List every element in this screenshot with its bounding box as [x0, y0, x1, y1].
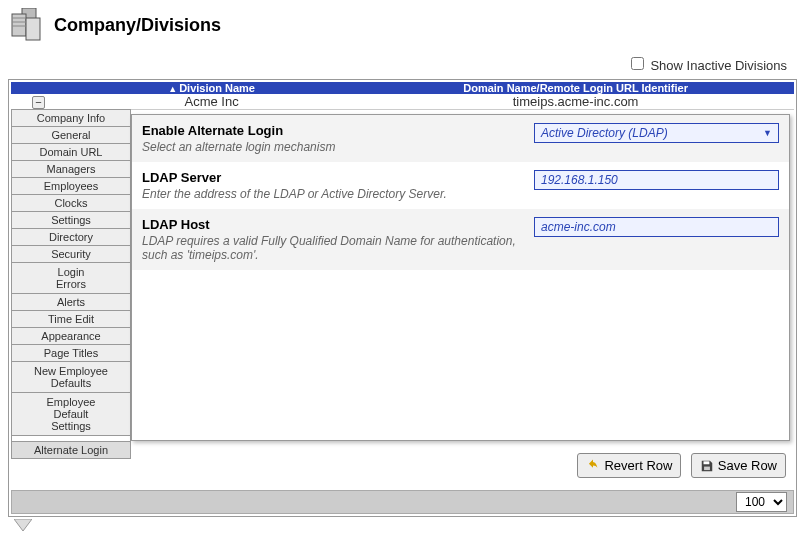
nav-security[interactable]: Security: [11, 245, 131, 263]
col-header-url[interactable]: Domain Name/Remote Login URL Identifier: [357, 82, 794, 94]
ldap-server-input[interactable]: [534, 170, 779, 190]
nav-domain-url[interactable]: Domain URL: [11, 143, 131, 161]
side-nav: Company Info General Domain URL Managers…: [11, 110, 131, 486]
division-row: − Acme Inc timeips.acme-inc.com: [11, 94, 794, 110]
nav-company-info[interactable]: Company Info: [11, 109, 131, 127]
ldap-host-input[interactable]: [534, 217, 779, 237]
label-ldap-server: LDAP Server: [142, 170, 534, 185]
page-title: Company/Divisions: [54, 15, 221, 36]
page-size-select[interactable]: 100: [736, 492, 787, 512]
nav-alternate-login[interactable]: Alternate Login: [11, 441, 131, 459]
chevron-down-icon: ▼: [763, 128, 772, 138]
form-panel: Enable Alternate Login Select an alterna…: [131, 114, 790, 441]
nav-login-errors[interactable]: Login Errors: [11, 262, 131, 294]
col-header-name[interactable]: ▲Division Name: [66, 82, 357, 94]
label-alt-login: Enable Alternate Login: [142, 123, 534, 138]
show-inactive-checkbox[interactable]: [631, 57, 644, 70]
save-row-button[interactable]: Save Row: [691, 453, 786, 478]
division-url: timeips.acme-inc.com: [357, 94, 794, 109]
svg-marker-8: [14, 519, 32, 531]
division-name: Acme Inc: [66, 94, 357, 109]
label-ldap-host: LDAP Host: [142, 217, 534, 232]
desc-alt-login: Select an alternate login mechanism: [142, 140, 534, 154]
nav-alerts[interactable]: Alerts: [11, 293, 131, 311]
svg-rect-1: [12, 14, 26, 36]
nav-settings[interactable]: Settings: [11, 211, 131, 229]
footer-bar: 100: [11, 490, 794, 514]
nav-time-edit[interactable]: Time Edit: [11, 310, 131, 328]
nav-page-titles[interactable]: Page Titles: [11, 344, 131, 362]
nav-managers[interactable]: Managers: [11, 160, 131, 178]
nav-directory[interactable]: Directory: [11, 228, 131, 246]
alt-login-select[interactable]: Active Directory (LDAP) ▼: [534, 123, 779, 143]
revert-row-button[interactable]: Revert Row: [577, 453, 681, 478]
desc-ldap-server: Enter the address of the LDAP or Active …: [142, 187, 534, 201]
show-inactive-label[interactable]: Show Inactive Divisions: [627, 58, 787, 73]
nav-general[interactable]: General: [11, 126, 131, 144]
svg-rect-7: [704, 466, 710, 470]
company-icon: [8, 8, 46, 42]
desc-ldap-host: LDAP requires a valid Fully Qualified Do…: [142, 234, 534, 262]
svg-rect-6: [703, 461, 709, 464]
save-icon: [700, 459, 714, 473]
undo-icon: [586, 459, 600, 473]
nav-emp-default-settings[interactable]: Employee Default Settings: [11, 392, 131, 436]
table-header-row: ▲Division Name Domain Name/Remote Login …: [11, 82, 794, 94]
expand-arrow-icon[interactable]: [14, 519, 797, 534]
divisions-panel: ▲Division Name Domain Name/Remote Login …: [8, 79, 797, 517]
nav-employees[interactable]: Employees: [11, 177, 131, 195]
collapse-toggle[interactable]: −: [32, 96, 45, 109]
sort-asc-icon: ▲: [168, 84, 177, 94]
nav-appearance[interactable]: Appearance: [11, 327, 131, 345]
nav-clocks[interactable]: Clocks: [11, 194, 131, 212]
svg-rect-2: [26, 18, 40, 40]
nav-new-emp-defaults[interactable]: New Employee Defaults: [11, 361, 131, 393]
